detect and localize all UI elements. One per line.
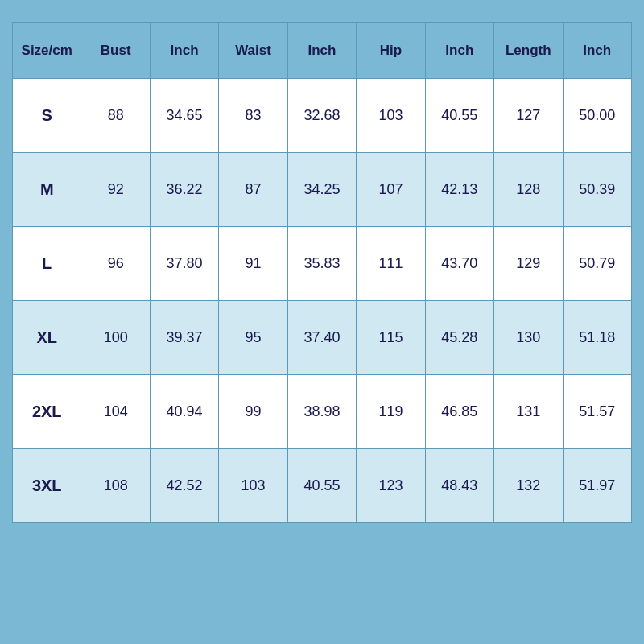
table-cell: 128	[494, 153, 563, 227]
table-cell: 83	[219, 79, 287, 153]
table-cell: L	[13, 227, 81, 301]
table-row: M9236.228734.2510742.1312850.39	[13, 153, 632, 227]
table-cell: 45.28	[425, 301, 493, 375]
table-cell: 50.79	[563, 227, 632, 301]
table-cell: 87	[219, 153, 287, 227]
table-row: 2XL10440.949938.9811946.8513151.57	[13, 375, 632, 449]
table-cell: 127	[494, 79, 563, 153]
table-cell: 48.43	[425, 449, 493, 523]
table-cell: 132	[494, 449, 563, 523]
table-row: XL10039.379537.4011545.2813051.18	[13, 301, 632, 375]
table-cell: 37.80	[150, 227, 218, 301]
table-cell: 129	[494, 227, 563, 301]
table-cell: 40.55	[425, 79, 493, 153]
table-cell: 37.40	[287, 301, 356, 375]
col-waist: Waist	[219, 23, 287, 79]
table-cell: 3XL	[13, 449, 81, 523]
table-cell: 123	[357, 449, 425, 523]
table-cell: 42.52	[150, 449, 218, 523]
table-cell: 36.22	[150, 153, 218, 227]
header-row: Size/cm Bust Inch Waist Inch Hip Inch Le…	[13, 23, 632, 79]
table-cell: 95	[219, 301, 287, 375]
table-cell: 103	[219, 449, 287, 523]
col-size: Size/cm	[13, 23, 81, 79]
size-chart-table: Size/cm Bust Inch Waist Inch Hip Inch Le…	[12, 22, 632, 523]
table-cell: 50.00	[563, 79, 632, 153]
table-cell: 130	[494, 301, 563, 375]
table-cell: 35.83	[287, 227, 356, 301]
table-cell: S	[13, 79, 81, 153]
table-cell: 111	[357, 227, 425, 301]
table-cell: 32.68	[287, 79, 356, 153]
table-cell: 34.65	[150, 79, 218, 153]
table-cell: 40.94	[150, 375, 218, 449]
col-hip-inch: Inch	[425, 23, 493, 79]
table-cell: 119	[357, 375, 425, 449]
col-length: Length	[494, 23, 563, 79]
table-cell: 104	[81, 375, 150, 449]
table-cell: 40.55	[287, 449, 356, 523]
table-cell: 42.13	[425, 153, 493, 227]
table-cell: M	[13, 153, 81, 227]
table-cell: 96	[81, 227, 150, 301]
table-cell: 108	[81, 449, 150, 523]
table-body: S8834.658332.6810340.5512750.00M9236.228…	[13, 79, 632, 523]
table-cell: 38.98	[287, 375, 356, 449]
table-cell: 39.37	[150, 301, 218, 375]
table-cell: 103	[357, 79, 425, 153]
table-cell: 46.85	[425, 375, 493, 449]
col-bust: Bust	[81, 23, 150, 79]
table-row: S8834.658332.6810340.5512750.00	[13, 79, 632, 153]
table-cell: 43.70	[425, 227, 493, 301]
table-cell: 92	[81, 153, 150, 227]
col-waist-inch: Inch	[287, 23, 356, 79]
table-cell: XL	[13, 301, 81, 375]
table-cell: 91	[219, 227, 287, 301]
col-hip: Hip	[357, 23, 425, 79]
table-cell: 2XL	[13, 375, 81, 449]
table-cell: 88	[81, 79, 150, 153]
main-container: Size/cm Bust Inch Waist Inch Hip Inch Le…	[4, 4, 640, 640]
table-cell: 50.39	[563, 153, 632, 227]
table-cell: 99	[219, 375, 287, 449]
table-cell: 51.57	[563, 375, 632, 449]
table-row: 3XL10842.5210340.5512348.4313251.97	[13, 449, 632, 523]
col-bust-inch: Inch	[150, 23, 218, 79]
table-cell: 131	[494, 375, 563, 449]
table-cell: 100	[81, 301, 150, 375]
table-cell: 115	[357, 301, 425, 375]
table-row: L9637.809135.8311143.7012950.79	[13, 227, 632, 301]
col-length-inch: Inch	[563, 23, 632, 79]
table-cell: 51.18	[563, 301, 632, 375]
table-cell: 51.97	[563, 449, 632, 523]
table-cell: 34.25	[287, 153, 356, 227]
table-cell: 107	[357, 153, 425, 227]
